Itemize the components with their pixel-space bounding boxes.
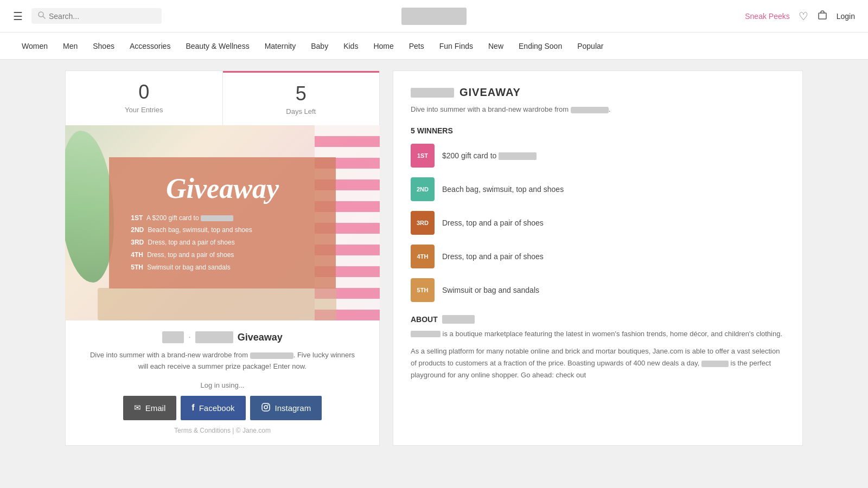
- header-right: Sneak Peeks ♡ Login: [745, 9, 855, 23]
- about-brand-inline-2: [701, 361, 729, 367]
- your-entries-label: Your Entries: [71, 106, 217, 114]
- instagram-button-label: Instagram: [275, 403, 311, 413]
- about-label: ABOUT: [411, 315, 438, 324]
- prize-1-place: 1ST: [131, 214, 143, 222]
- right-description: Dive into summer with a brand-new wardro…: [411, 104, 785, 115]
- login-button[interactable]: Login: [837, 12, 855, 21]
- about-text-2: As a selling platform for many notable o…: [411, 345, 785, 381]
- nav-item-beauty[interactable]: Beauty & Wellness: [186, 40, 249, 53]
- prize-text-1: $200 gift card to: [442, 151, 537, 160]
- days-left-value: 5: [228, 82, 374, 105]
- right-brand-logo: [411, 88, 454, 98]
- nav-item-maternity[interactable]: Maternity: [265, 40, 296, 53]
- facebook-button-label: Facebook: [199, 403, 235, 413]
- hamburger-icon[interactable]: ☰: [13, 10, 23, 23]
- prize-badge-4th: 4TH: [411, 245, 435, 268]
- instagram-icon: [261, 402, 271, 414]
- prize-badge-3rd: 3RD: [411, 211, 435, 235]
- prize-text-5: Swimsuit or bag and sandals: [442, 286, 539, 294]
- prize-row-4: 4TH Dress, top and a pair of shoes: [411, 245, 785, 268]
- svg-point-4: [264, 406, 267, 409]
- bag-icon[interactable]: [817, 9, 828, 23]
- brand-divider: ·: [188, 332, 190, 342]
- svg-rect-3: [262, 403, 270, 411]
- prize-row-3: 3RD Dress, top and a pair of shoes: [411, 211, 785, 235]
- search-icon: [38, 11, 46, 21]
- right-giveaway-title: GIVEAWAY: [459, 86, 521, 99]
- nav-item-baby[interactable]: Baby: [311, 40, 328, 53]
- nav-item-pets[interactable]: Pets: [409, 40, 424, 53]
- prize-badge-5th: 5TH: [411, 278, 435, 302]
- card-title: Giveaway: [238, 332, 283, 343]
- brand-name: [195, 331, 233, 343]
- winners-title: 5 WINNERS: [411, 126, 785, 135]
- about-title: ABOUT: [411, 315, 785, 324]
- login-buttons: ✉ Email f Facebook Instagram: [76, 396, 368, 420]
- search-input[interactable]: [49, 12, 155, 21]
- card-description: Dive into summer with a brand-new wardro…: [76, 350, 368, 373]
- main-content: 0 Your Entries 5 Days Left Giveaway 1ST …: [54, 60, 814, 457]
- sneak-peeks-link[interactable]: Sneak Peeks: [745, 12, 790, 21]
- days-left-cell: 5 Days Left: [223, 71, 380, 125]
- prize-row-5: 5TH Swimsuit or bag and sandals: [411, 278, 785, 302]
- prize-2-place: 2ND: [131, 226, 144, 234]
- about-brand: [442, 315, 475, 324]
- card-body: · Giveaway Dive into summer with a brand…: [65, 320, 380, 446]
- svg-line-1: [43, 16, 45, 18]
- nav-item-fun-finds[interactable]: Fun Finds: [439, 40, 473, 53]
- nav-item-accessories[interactable]: Accessories: [130, 40, 170, 53]
- nav-item-women[interactable]: Women: [22, 40, 48, 53]
- entries-bar: 0 Your Entries 5 Days Left: [65, 70, 380, 125]
- brand-logo: [162, 331, 184, 343]
- prize-badge-2nd: 2ND: [411, 177, 435, 201]
- giveaway-image: Giveaway 1ST A $200 gift card to 2ND Bea…: [65, 125, 380, 320]
- right-brand-row: GIVEAWAY: [411, 86, 785, 99]
- nav-item-shoes[interactable]: Shoes: [93, 40, 114, 53]
- days-left-label: Days Left: [228, 107, 374, 115]
- giveaway-overlay: Giveaway 1ST A $200 gift card to 2ND Bea…: [109, 157, 336, 289]
- prize-row-1: 1ST $200 gift card to: [411, 144, 785, 168]
- prize-1-brand: [201, 215, 233, 221]
- left-panel: 0 Your Entries 5 Days Left Giveaway 1ST …: [65, 70, 380, 446]
- nav-item-new[interactable]: New: [488, 40, 503, 53]
- right-brand-name: [571, 107, 609, 113]
- wishlist-icon[interactable]: ♡: [799, 10, 808, 23]
- prize-row-2: 2ND Beach bag, swimsuit, top and shoes: [411, 177, 785, 201]
- nav-item-ending-soon[interactable]: Ending Soon: [519, 40, 562, 53]
- header: ☰ Sneak Peeks ♡ Login: [0, 0, 868, 33]
- your-entries-value: 0: [71, 81, 217, 104]
- svg-point-5: [267, 404, 269, 406]
- email-button-label: Email: [145, 403, 166, 413]
- nav-item-kids[interactable]: Kids: [343, 40, 358, 53]
- about-text-1: is a boutique marketplace featuring the …: [411, 328, 785, 340]
- prize-1-brand-blur: [499, 152, 537, 160]
- description-brand: [250, 352, 293, 359]
- right-panel: GIVEAWAY Dive into summer with a brand-n…: [393, 70, 803, 446]
- prize-text-4: Dress, top and a pair of shoes: [442, 252, 544, 261]
- card-brand-row: · Giveaway: [76, 331, 368, 343]
- terms-row: Terms & Conditions | © Jane.com: [76, 427, 368, 434]
- giveaway-script-title: Giveaway: [131, 172, 314, 204]
- nav-item-popular[interactable]: Popular: [577, 40, 603, 53]
- svg-rect-2: [819, 13, 826, 19]
- prize-3-place: 3RD: [131, 239, 144, 246]
- your-entries-cell: 0 Your Entries: [66, 71, 223, 125]
- facebook-login-button[interactable]: f Facebook: [181, 396, 245, 420]
- about-brand-inline: [411, 331, 441, 337]
- instagram-login-button[interactable]: Instagram: [250, 396, 322, 420]
- email-icon: ✉: [134, 403, 141, 413]
- email-login-button[interactable]: ✉ Email: [123, 396, 177, 420]
- login-using-label: Log in using...: [76, 381, 368, 389]
- search-bar[interactable]: [31, 8, 162, 24]
- nav-item-men[interactable]: Men: [63, 40, 78, 53]
- facebook-icon: f: [192, 403, 194, 413]
- site-logo: [401, 8, 467, 25]
- prize-text-3: Dress, top and a pair of shoes: [442, 219, 544, 227]
- about-section: ABOUT is a boutique marketplace featurin…: [411, 315, 785, 381]
- nav-item-home[interactable]: Home: [373, 40, 393, 53]
- prize-badge-1st: 1ST: [411, 144, 435, 168]
- prize-text-2: Beach bag, swimsuit, top and shoes: [442, 185, 564, 194]
- giveaway-prizes-list: 1ST A $200 gift card to 2ND Beach bag, s…: [131, 212, 314, 274]
- main-nav: Women Men Shoes Accessories Beauty & Wel…: [0, 33, 868, 60]
- prize-5-place: 5TH: [131, 264, 143, 271]
